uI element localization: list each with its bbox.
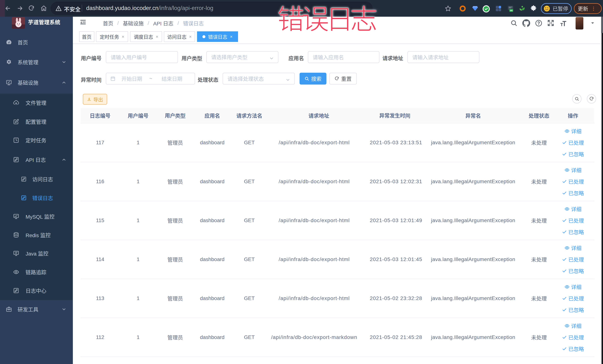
- svg-text:on: on: [510, 9, 512, 12]
